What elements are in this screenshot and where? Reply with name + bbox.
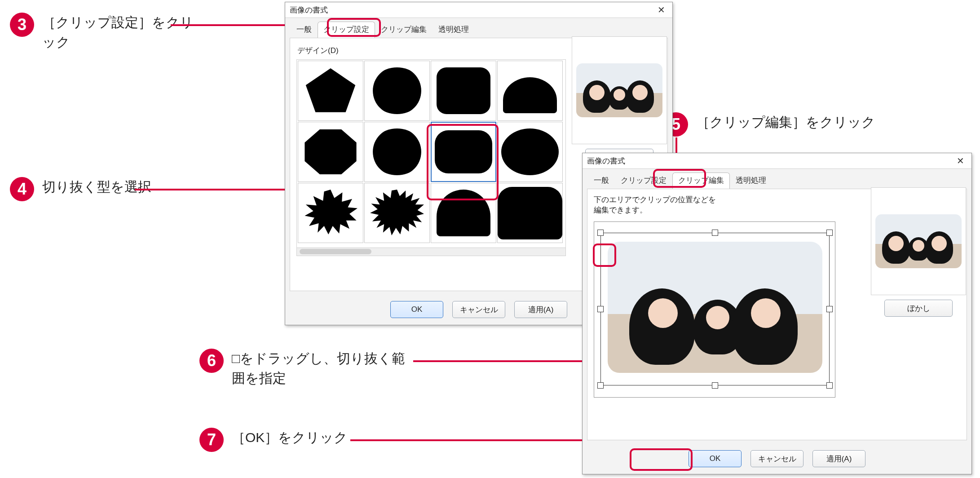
handle-middle-right[interactable] (826, 306, 833, 312)
ok-button[interactable]: OK (689, 450, 742, 467)
tab-transparency[interactable]: 透明処理 (730, 173, 772, 189)
callout-5: 5 ［クリップ編集］をクリック (664, 112, 875, 137)
tab-clip-edit[interactable]: クリップ編集 (375, 22, 433, 38)
dialog-title: 画像の書式 (587, 156, 625, 166)
close-icon[interactable]: ✕ (953, 155, 968, 166)
preview-thumbnail (576, 63, 662, 117)
handle-top-left[interactable] (597, 230, 604, 236)
callout-3: 3 ［クリップ設定］をクリック (10, 13, 199, 52)
preview-pane (572, 36, 667, 144)
handle-bottom-left[interactable] (597, 382, 604, 389)
shape-flower[interactable] (364, 122, 430, 182)
highlight-tab-clip-edit (653, 169, 706, 188)
highlight-selected-shape (427, 124, 499, 200)
shape-tab[interactable] (497, 183, 563, 243)
titlebar: 画像の書式 ✕ (583, 153, 971, 169)
callout-5-text: ［クリップ編集］をクリック (696, 112, 875, 132)
clip-edit-stage[interactable] (594, 221, 835, 398)
preview-pane (871, 187, 966, 295)
shape-burst[interactable] (298, 183, 363, 243)
cancel-button[interactable]: キャンセル (452, 301, 505, 318)
tab-general[interactable]: 一般 (291, 22, 318, 38)
apply-button[interactable]: 適用(A) (514, 301, 567, 318)
shape-semidisc[interactable] (497, 61, 563, 121)
callout-6-text: □をドラッグし、切り抜く範囲を指定 (232, 349, 411, 388)
callout-7: 7 ［OK］をクリック (199, 428, 348, 452)
titlebar: 画像の書式 ✕ (285, 2, 672, 18)
tab-strip: 一般 クリップ設定 クリップ編集 透明処理 (583, 169, 971, 189)
cancel-button[interactable]: キャンセル (750, 450, 803, 467)
blur-button[interactable]: ぼかし (884, 300, 953, 317)
shape-octagon[interactable] (298, 122, 363, 182)
callout-6: 6 □をドラッグし、切り抜く範囲を指定 (199, 349, 433, 388)
handle-top-center[interactable] (712, 230, 718, 236)
dialog-image-format-clip-edit: 画像の書式 ✕ 一般 クリップ設定 クリップ編集 透明処理 下のエリアでクリップ… (582, 153, 972, 474)
handle-top-right[interactable] (826, 230, 833, 236)
handle-bottom-right[interactable] (826, 382, 833, 389)
highlight-ok-button (630, 448, 693, 471)
preview-thumbnail (875, 214, 962, 268)
leader-6 (413, 360, 602, 362)
tab-transparency[interactable]: 透明処理 (433, 22, 475, 38)
step-badge-6: 6 (199, 349, 224, 373)
clip-selection-box[interactable] (600, 233, 830, 385)
dialog-title: 画像の書式 (290, 5, 328, 15)
shape-rounded[interactable] (431, 61, 496, 121)
shape-hscroll-thumb[interactable] (300, 249, 371, 254)
apply-button[interactable]: 適用(A) (812, 450, 865, 467)
tab-general[interactable]: 一般 (588, 173, 615, 189)
shape-hscrollbar[interactable] (296, 248, 566, 256)
shape-scallop[interactable] (364, 61, 430, 121)
step-badge-3: 3 (10, 13, 34, 37)
handle-middle-left[interactable] (597, 306, 604, 312)
shape-spiky[interactable] (364, 183, 430, 243)
step-badge-4: 4 (10, 177, 34, 201)
callout-7-text: ［OK］をクリック (232, 428, 348, 447)
handle-bottom-center[interactable] (712, 382, 718, 389)
highlight-drag-handle (593, 243, 616, 267)
shape-pentagon[interactable] (298, 61, 363, 121)
step-badge-7: 7 (199, 428, 224, 452)
callout-4-text: 切り抜く型を選択 (42, 177, 151, 197)
ok-button[interactable]: OK (390, 301, 443, 318)
shape-ellipse[interactable] (497, 122, 563, 182)
highlight-tab-clip-settings (327, 18, 381, 37)
callout-3-text: ［クリップ設定］をクリック (42, 13, 195, 52)
close-icon[interactable]: ✕ (653, 4, 669, 15)
